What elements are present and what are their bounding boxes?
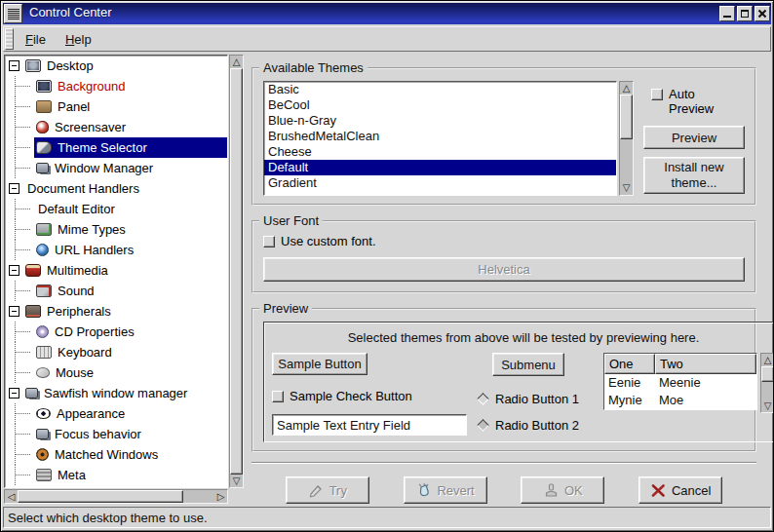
tree-item-desktop[interactable]: Desktop xyxy=(5,56,227,76)
auto-preview-checkbox[interactable] xyxy=(651,89,663,100)
sidebar-panel: DesktopBackgroundPanelScreensaverTheme S… xyxy=(4,55,244,504)
tree-item-mime-types[interactable]: Mime Types xyxy=(5,219,227,240)
tree-horizontal-scrollbar[interactable]: ◁ ▷ xyxy=(4,489,228,504)
window-manager-icon xyxy=(36,163,49,173)
theme-list-scroll-trough[interactable] xyxy=(620,139,633,182)
category-tree: DesktopBackgroundPanelScreensaverTheme S… xyxy=(4,55,228,488)
sample-table-scroll-trough[interactable] xyxy=(761,382,774,399)
table-row[interactable]: EenieMeenie xyxy=(604,374,756,392)
expander-collapse-icon[interactable] xyxy=(9,265,19,276)
tree-item-window-manager[interactable]: Window Manager xyxy=(5,158,227,178)
tree-connector xyxy=(5,158,34,178)
theme-list-scroll-thumb[interactable] xyxy=(620,95,633,139)
tree-connector xyxy=(5,137,34,158)
scroll-up-icon[interactable]: △ xyxy=(761,354,774,366)
tree-item-label: Sound xyxy=(56,284,98,298)
scroll-down-icon[interactable]: ▽ xyxy=(620,182,633,195)
theme-item-gradient[interactable]: Gradient xyxy=(264,175,616,191)
tree-item-document-handlers[interactable]: Document Handlers xyxy=(5,178,227,199)
preview-panel: Selected themes from above will be teste… xyxy=(263,322,774,442)
tree-item-keyboard[interactable]: Keyboard xyxy=(5,342,227,362)
revert-button[interactable]: Revert xyxy=(404,476,487,504)
tree-item-meta[interactable]: Meta xyxy=(5,465,227,485)
theme-item-blue-n-gray[interactable]: Blue-n-Gray xyxy=(264,113,616,129)
install-new-theme-button[interactable]: Install new theme... xyxy=(643,157,745,194)
tree-item-background[interactable]: Background xyxy=(5,76,227,96)
try-button[interactable]: Try xyxy=(286,476,369,504)
radio-button-2-label: Radio Button 2 xyxy=(495,418,579,433)
theme-item-brushedmetalclean[interactable]: BrushedMetalClean xyxy=(264,129,616,144)
sample-button[interactable]: Sample Button xyxy=(272,353,368,375)
scroll-down-icon[interactable]: ▽ xyxy=(230,475,243,487)
tree-item-default-editor[interactable]: Default Editor xyxy=(5,199,227,219)
tree-connector xyxy=(5,342,34,362)
sample-table-scrollbar[interactable]: △ ▽ xyxy=(760,353,774,413)
menubar-grip-handle[interactable] xyxy=(5,28,14,50)
expander-collapse-icon[interactable] xyxy=(9,306,19,317)
scroll-right-icon[interactable]: ▷ xyxy=(214,490,227,503)
window-menu-button[interactable] xyxy=(4,4,22,23)
cancel-button[interactable]: Cancel xyxy=(639,476,722,504)
expander-collapse-icon[interactable] xyxy=(9,60,19,71)
close-button[interactable] xyxy=(755,6,770,21)
tree-item-appearance[interactable]: Appearance xyxy=(5,403,227,424)
radio-button-1-label: Radio Button 1 xyxy=(495,392,579,406)
sample-checkbox[interactable] xyxy=(272,391,284,402)
theme-list: BasicBeCoolBlue-n-GrayBrushedMetalCleanC… xyxy=(263,81,617,196)
scroll-up-icon[interactable]: △ xyxy=(230,56,243,68)
tree-item-screensaver[interactable]: Screensaver xyxy=(5,117,227,137)
sample-table-body: EenieMeenieMynieMoe xyxy=(604,374,756,409)
sample-text-entry[interactable] xyxy=(272,414,467,436)
appearance-icon xyxy=(36,408,51,419)
ok-button[interactable]: OK xyxy=(521,476,604,504)
scroll-down-icon[interactable]: ▽ xyxy=(761,399,774,412)
tree-item-peripherals[interactable]: Peripherals xyxy=(5,301,227,322)
scroll-left-icon[interactable]: ◁ xyxy=(5,490,18,503)
tree-vscroll-thumb[interactable] xyxy=(230,68,243,475)
maximize-button[interactable] xyxy=(737,6,753,21)
theme-item-becool[interactable]: BeCool xyxy=(264,97,616,113)
tree-item-sawfish-window-manager[interactable]: Sawfish window manager xyxy=(5,383,227,403)
available-themes-legend: Available Themes xyxy=(259,60,368,75)
tree-item-multimedia[interactable]: Multimedia xyxy=(5,260,227,281)
tree-item-url-handlers[interactable]: URL Handlers xyxy=(5,240,227,260)
font-picker-button[interactable]: Helvetica xyxy=(263,257,745,282)
use-custom-font-checkbox[interactable] xyxy=(263,236,275,247)
expander-collapse-icon[interactable] xyxy=(9,388,19,399)
menu-file[interactable]: File xyxy=(16,27,56,51)
table-header-cell[interactable]: One xyxy=(604,354,655,374)
tree-item-mouse[interactable]: Mouse xyxy=(5,362,227,383)
table-cell: Meenie xyxy=(655,374,756,392)
tree-item-theme-selector[interactable]: Theme Selector xyxy=(5,137,227,158)
tree-item-matched-windows[interactable]: Matched Windows xyxy=(5,444,227,465)
sample-table-scroll-thumb[interactable] xyxy=(761,366,774,382)
theme-item-cheese[interactable]: Cheese xyxy=(264,144,616,160)
tree-item-focus-behavior[interactable]: Focus behavior xyxy=(5,424,227,444)
scroll-up-icon[interactable]: △ xyxy=(620,82,633,95)
menubar: File Help xyxy=(3,26,771,52)
table-header-cell[interactable]: Two xyxy=(655,354,756,374)
tree-connector xyxy=(5,322,34,342)
tree-item-cd-properties[interactable]: CD Properties xyxy=(5,322,227,342)
tree-item-panel[interactable]: Panel xyxy=(5,96,227,117)
table-cell: Moe xyxy=(655,392,756,409)
radio-button-1[interactable] xyxy=(477,393,489,405)
theme-item-basic[interactable]: Basic xyxy=(264,82,616,97)
tree-vertical-scrollbar[interactable]: △ ▽ xyxy=(229,55,244,488)
submenu-button[interactable]: Submenu xyxy=(492,353,564,376)
radio-button-2[interactable] xyxy=(477,419,489,432)
preview-button[interactable]: Preview xyxy=(643,126,745,149)
table-row[interactable]: MynieMoe xyxy=(604,392,756,409)
tree-hscroll-thumb[interactable] xyxy=(18,490,183,503)
theme-item-default[interactable]: Default xyxy=(264,160,616,175)
minimize-button[interactable] xyxy=(719,6,735,21)
expander-collapse-icon[interactable] xyxy=(9,183,19,194)
titlebar[interactable]: Control Center xyxy=(3,3,771,24)
font-picker-label: Helvetica xyxy=(478,262,529,277)
tree-hscroll-trough[interactable] xyxy=(183,490,214,503)
tree-item-sound[interactable]: Sound xyxy=(5,281,227,301)
menu-help[interactable]: Help xyxy=(56,27,101,51)
theme-list-scrollbar[interactable]: △ ▽ xyxy=(619,81,634,196)
panel-icon xyxy=(36,100,52,113)
user-font-legend: User Font xyxy=(259,213,323,228)
